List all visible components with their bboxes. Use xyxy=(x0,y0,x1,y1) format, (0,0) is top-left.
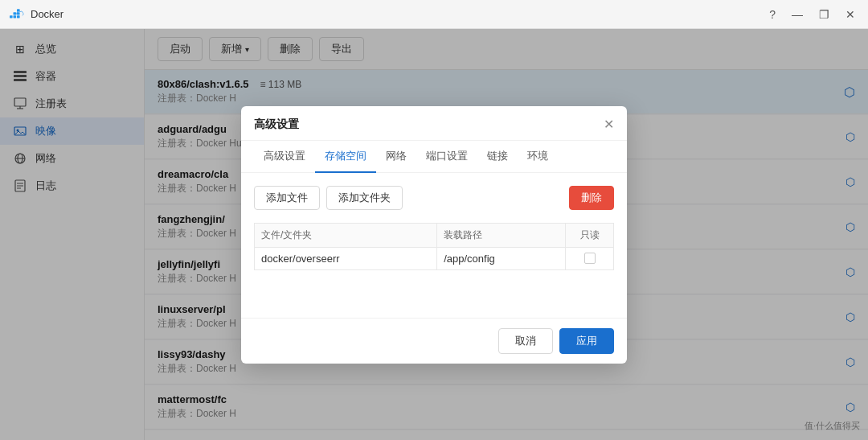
readonly-checkbox-container xyxy=(572,253,607,264)
modal-body: 添加文件 添加文件夹 删除 文件/文件夹 装载路径 只读 docker/over… xyxy=(241,173,627,318)
delete-volume-button[interactable]: 删除 xyxy=(569,186,614,210)
volume-mount-path: /app/config xyxy=(437,247,566,269)
col-header-mount: 装载路径 xyxy=(437,223,566,247)
title-bar: Docker ? — ❐ ✕ xyxy=(0,0,868,29)
svg-rect-3 xyxy=(14,12,17,14)
title-bar-left: Docker xyxy=(10,7,63,22)
modal-tabs: 高级设置 存储空间 网络 端口设置 链接 环境 xyxy=(241,141,627,173)
add-file-button[interactable]: 添加文件 xyxy=(254,186,320,210)
advanced-settings-modal: 高级设置 ✕ 高级设置 存储空间 网络 端口设置 链接 环境 添加文件 添加文件… xyxy=(241,106,627,364)
tab-ports[interactable]: 端口设置 xyxy=(416,141,477,173)
modal-backdrop: 高级设置 ✕ 高级设置 存储空间 网络 端口设置 链接 环境 添加文件 添加文件… xyxy=(0,29,868,440)
help-button[interactable]: ? xyxy=(766,6,779,23)
modal-header: 高级设置 ✕ xyxy=(241,106,627,141)
modal-footer: 取消 应用 xyxy=(241,318,627,364)
tab-links[interactable]: 链接 xyxy=(477,141,518,173)
modal-title: 高级设置 xyxy=(254,117,299,132)
minimize-button[interactable]: — xyxy=(788,6,806,23)
modal-close-button[interactable]: ✕ xyxy=(604,118,614,131)
col-header-readonly: 只读 xyxy=(566,223,614,247)
volume-table: 文件/文件夹 装载路径 只读 docker/overseerr /app/con… xyxy=(254,223,614,270)
tab-storage[interactable]: 存储空间 xyxy=(315,141,376,173)
add-folder-button[interactable]: 添加文件夹 xyxy=(326,186,403,210)
tab-advanced-settings[interactable]: 高级设置 xyxy=(254,141,315,173)
cancel-button[interactable]: 取消 xyxy=(498,328,553,354)
close-button[interactable]: ✕ xyxy=(842,6,858,23)
volume-row: docker/overseerr /app/config xyxy=(255,247,614,269)
volume-file-path: docker/overseerr xyxy=(255,247,437,269)
title-bar-controls: ? — ❐ ✕ xyxy=(766,6,858,23)
maximize-button[interactable]: ❐ xyxy=(816,6,833,23)
col-header-file: 文件/文件夹 xyxy=(255,223,437,247)
volume-readonly-cell xyxy=(566,247,614,269)
modal-toolbar: 添加文件 添加文件夹 删除 xyxy=(254,186,614,210)
svg-rect-0 xyxy=(10,15,13,18)
svg-rect-2 xyxy=(17,15,20,18)
tab-network[interactable]: 网络 xyxy=(376,141,416,173)
modal-toolbar-left: 添加文件 添加文件夹 xyxy=(254,186,403,210)
apply-button[interactable]: 应用 xyxy=(559,328,614,354)
app-title: Docker xyxy=(31,8,63,20)
readonly-checkbox[interactable] xyxy=(584,253,596,264)
svg-rect-1 xyxy=(14,15,17,18)
docker-icon xyxy=(10,7,24,22)
tab-environment[interactable]: 环境 xyxy=(518,141,558,173)
